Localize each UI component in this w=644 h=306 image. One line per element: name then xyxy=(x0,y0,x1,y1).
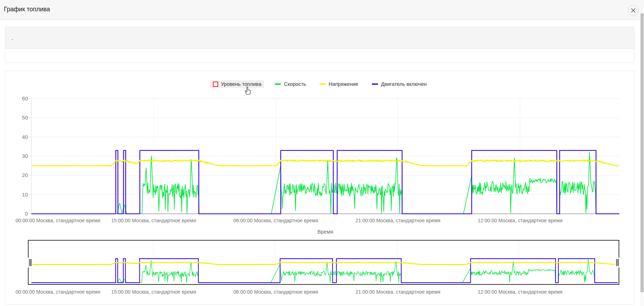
legend-label-engine: Двигатель включен xyxy=(381,81,427,87)
navigator-x-label: 12:00:00 Москва, стандартное время xyxy=(467,289,573,295)
y-axis-label: 0 xyxy=(12,211,28,217)
hand-cursor-icon xyxy=(244,86,252,95)
y-axis-label: 60 xyxy=(12,95,28,102)
navigator-x-label: 15:00:00 Москва, стандартное время xyxy=(101,289,207,295)
dialog-header: График топлива xyxy=(0,0,644,20)
chart-card: Уровень топлива Скорость Напряжение Двиг… xyxy=(5,71,634,305)
y-axis-label: 20 xyxy=(12,172,28,178)
scrollbar[interactable] xyxy=(640,13,644,306)
fuel-checkbox-icon xyxy=(213,82,218,87)
legend-label-voltage: Напряжение xyxy=(329,81,358,87)
legend-item-engine[interactable]: Двигатель включен xyxy=(369,80,429,88)
y-axis-label: 50 xyxy=(12,114,28,121)
y-axis-label: 40 xyxy=(12,134,28,140)
navigator-x-label: 00:00:00 Москва, стандартное время xyxy=(5,289,111,295)
legend-label-fuel: Уровень топлива xyxy=(221,81,261,87)
legend-item-speed[interactable]: Скорость xyxy=(272,80,309,88)
filter-panel-text: . xyxy=(12,35,13,41)
x-axis-label: 21:00:00 Москва, стандартное время xyxy=(345,217,451,224)
x-axis-label: 00:00:00 Москва, стандартное время xyxy=(5,217,111,224)
navigator-left-handle[interactable] xyxy=(28,258,32,267)
x-axis-title: Время xyxy=(31,229,619,235)
y-axis-label: 10 xyxy=(12,192,28,198)
filter-panel-header: . xyxy=(5,27,634,49)
x-axis-label: 06:00:00 Москва, стандартное время xyxy=(223,217,329,224)
engine-line-icon xyxy=(372,83,378,85)
y-axis-label: 30 xyxy=(12,153,28,159)
close-button[interactable] xyxy=(628,5,639,16)
navigator-x-label: 21:00:00 Москва, стандартное время xyxy=(345,289,451,295)
navigator-x-label: 06:00:00 Москва, стандартное время xyxy=(223,289,329,295)
chart-legend: Уровень топлива Скорость Напряжение Двиг… xyxy=(5,80,634,88)
scrollbar-thumb[interactable] xyxy=(640,13,644,292)
voltage-line-icon xyxy=(320,83,326,85)
legend-item-fuel[interactable]: Уровень топлива xyxy=(210,80,264,88)
navigator-chart xyxy=(29,241,619,284)
main-chart[interactable] xyxy=(31,96,619,218)
fuel-chart-dialog: График топлива . Уровень топлива Скорост… xyxy=(0,0,644,306)
x-axis-label: 15:00:00 Москва, стандартное время xyxy=(101,217,207,224)
legend-label-speed: Скорость xyxy=(284,81,306,87)
close-icon xyxy=(631,8,636,13)
legend-item-voltage[interactable]: Напряжение xyxy=(317,80,361,88)
speed-line-icon xyxy=(275,83,281,85)
filter-panel-body xyxy=(5,49,634,63)
filter-panel: . xyxy=(5,27,634,63)
navigator[interactable] xyxy=(28,240,619,285)
x-axis-label: 12:00:00 Москва, стандартное время xyxy=(467,217,573,224)
dialog-title: График топлива xyxy=(4,6,50,13)
navigator-right-handle[interactable] xyxy=(615,258,619,267)
